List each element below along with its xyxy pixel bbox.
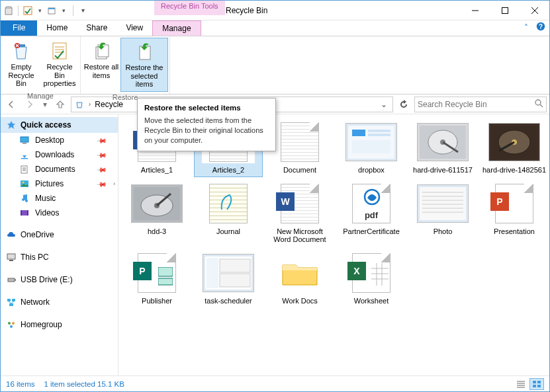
sidebar-item-label: USB Drive (E:)	[21, 275, 73, 284]
this-pc-icon	[6, 252, 17, 262]
file-label: Worksheet	[354, 297, 389, 305]
pin-icon: 📌	[97, 149, 107, 160]
close-button[interactable]	[520, 1, 549, 20]
sidebar-item-desktop[interactable]: Desktop 📌	[1, 133, 118, 147]
restore-all-button[interactable]: Restore all items	[82, 38, 120, 92]
chevron-down-icon[interactable]: ▾	[34, 5, 45, 16]
sidebar-item-onedrive[interactable]: OneDrive	[1, 227, 118, 243]
sidebar-item-videos[interactable]: Videos	[1, 206, 118, 220]
file-item[interactable]: task-scheduler	[194, 249, 263, 308]
svg-rect-91	[537, 385, 541, 387]
contextual-tab-header: Recycle Bin Tools	[154, 1, 225, 15]
file-list[interactable]: WArticles_1WArticles_2Documentdropboxhar…	[118, 114, 549, 375]
sidebar-item-network[interactable]: Network	[1, 294, 118, 310]
search-icon[interactable]	[534, 98, 543, 110]
sidebar-item-homegroup[interactable]: Homegroup	[1, 317, 118, 333]
pin-icon: 📌	[97, 164, 107, 175]
help-icon[interactable]: ?	[532, 20, 549, 36]
search-box[interactable]	[414, 97, 547, 112]
tab-file[interactable]: File	[1, 20, 37, 36]
svg-line-43	[11, 301, 14, 303]
history-dropdown-icon[interactable]: ▾	[40, 97, 50, 112]
details-view-button[interactable]	[514, 378, 528, 390]
sidebar-item-label: This PC	[21, 253, 49, 262]
file-thumbnail	[345, 121, 398, 163]
properties-icon	[49, 40, 70, 61]
svg-rect-38	[15, 279, 16, 281]
svg-point-44	[8, 322, 11, 325]
file-label: Document	[283, 166, 316, 175]
file-item[interactable]: pdfPartnerCertificate	[337, 180, 406, 247]
svg-rect-77	[220, 274, 250, 287]
empty-recycle-bin-button[interactable]: Empty Recycle Bin	[2, 38, 40, 91]
sidebar-item-usb[interactable]: USB Drive (E:)	[1, 272, 118, 288]
file-item[interactable]: XWorksheet	[337, 249, 406, 308]
file-item[interactable]: Photo	[408, 180, 477, 247]
file-label: PartnerCertificate	[343, 227, 400, 236]
file-item[interactable]: PPublisher	[122, 249, 191, 308]
maximize-button[interactable]	[490, 1, 520, 20]
svg-rect-88	[533, 381, 536, 383]
usb-drive-icon	[6, 274, 17, 285]
sidebar-item-downloads[interactable]: Downloads 📌	[1, 147, 118, 162]
breadcrumb-history-icon[interactable]: ⌄	[378, 100, 390, 109]
sidebar-item-this-pc[interactable]: This PC	[1, 249, 118, 265]
refresh-button[interactable]	[396, 97, 412, 112]
pin-icon: 📌	[97, 135, 107, 145]
file-item[interactable]: hard-drive-611517	[408, 118, 477, 177]
large-icons-view-button[interactable]	[529, 378, 544, 390]
tab-home[interactable]: Home	[37, 20, 77, 36]
qat-separator	[18, 5, 19, 16]
file-item[interactable]: hard-drive-1482561	[480, 118, 549, 177]
ribbon-btn-label: Restore the selected items	[122, 63, 166, 89]
file-label: Articles_2	[212, 166, 244, 175]
file-thumbnail: W	[273, 182, 326, 225]
file-item[interactable]: PPresentation	[480, 180, 549, 247]
back-button[interactable]	[3, 97, 19, 112]
file-item[interactable]: WNew Microsoft Word Document	[265, 180, 334, 247]
file-thumbnail	[488, 121, 541, 163]
ribbon-btn-label: Recycle Bin properties	[42, 63, 77, 88]
chevron-right-icon[interactable]: ›	[87, 100, 92, 108]
tab-manage[interactable]: Manage	[152, 20, 201, 36]
sidebar-item-label: Quick access	[21, 120, 71, 130]
file-item[interactable]: hdd-3	[122, 180, 191, 247]
navigation-pane: Quick access Desktop 📌 Downloads 📌 Docum…	[1, 114, 118, 375]
file-label: Journal	[216, 227, 240, 236]
sidebar-item-pictures[interactable]: Pictures 📌 ›	[1, 176, 118, 191]
qat-properties-icon[interactable]	[23, 5, 33, 16]
chevron-right-icon[interactable]: ›	[113, 180, 115, 187]
chevron-down-icon[interactable]: ▾	[58, 5, 69, 16]
qat-customize-icon[interactable]: ▾	[77, 5, 88, 16]
svg-line-22	[540, 104, 543, 107]
svg-rect-78	[371, 263, 389, 286]
tab-share[interactable]: Share	[77, 20, 116, 36]
restore-selected-button[interactable]: Restore the selected items	[120, 38, 168, 92]
svg-rect-23	[21, 137, 28, 142]
svg-rect-40	[12, 299, 15, 301]
up-button[interactable]	[52, 97, 68, 112]
breadcrumb-segment[interactable]: Recycle	[95, 100, 123, 109]
file-item[interactable]: dropbox	[337, 118, 406, 177]
recycle-bin-properties-button[interactable]: Recycle Bin properties	[40, 38, 79, 91]
music-icon	[19, 193, 30, 204]
minimize-button[interactable]	[460, 1, 490, 20]
file-label: hard-drive-1482561	[482, 166, 546, 175]
sidebar-item-music[interactable]: Music	[1, 191, 118, 206]
status-bar: 16 items 1 item selected 15.1 KB	[1, 375, 549, 391]
sidebar-item-documents[interactable]: Documents 📌	[1, 162, 118, 176]
svg-rect-5	[502, 7, 508, 13]
file-thumbnail: P	[488, 182, 541, 225]
qat-restore-icon[interactable]	[46, 5, 57, 16]
forward-button[interactable]	[22, 97, 38, 112]
svg-rect-24	[23, 143, 26, 144]
ribbon-group-manage: Empty Recycle Bin Recycle Bin properties…	[1, 36, 81, 94]
file-item[interactable]: Journal	[194, 180, 263, 247]
sidebar-quick-access[interactable]: Quick access	[1, 117, 118, 133]
search-input[interactable]	[418, 100, 534, 109]
file-thumbnail	[416, 182, 469, 225]
ribbon-collapse-icon[interactable]: ˄	[520, 20, 532, 36]
file-label: task-scheduler	[205, 297, 252, 305]
tab-view[interactable]: View	[116, 20, 152, 36]
file-item[interactable]: Work Docs	[265, 249, 334, 308]
